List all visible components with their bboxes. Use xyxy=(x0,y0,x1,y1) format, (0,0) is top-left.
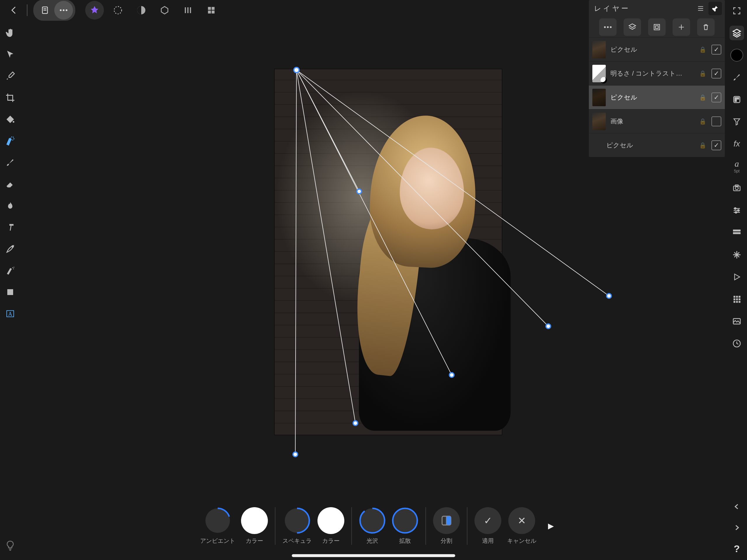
specular-dial[interactable]: 50 % xyxy=(284,507,310,534)
visibility-toggle[interactable]: ✓ xyxy=(712,69,721,78)
document[interactable] xyxy=(274,69,502,435)
tool-text[interactable]: A xyxy=(3,306,18,321)
persona-develop[interactable] xyxy=(132,1,151,20)
persona-tonemap[interactable] xyxy=(155,1,174,20)
svg-rect-8 xyxy=(208,10,211,14)
lock-icon[interactable]: 🔒 xyxy=(699,46,707,53)
light-handle[interactable] xyxy=(607,294,611,298)
svg-rect-7 xyxy=(211,7,214,10)
visibility-toggle[interactable]: ✓ xyxy=(712,45,721,55)
studio-filter[interactable] xyxy=(729,114,744,129)
studio-brush[interactable] xyxy=(729,70,744,85)
tool-color-picker[interactable] xyxy=(3,69,18,83)
cancel-button[interactable]: ✕ xyxy=(508,507,535,534)
persona-photo[interactable] xyxy=(85,1,104,20)
nav-prev[interactable] xyxy=(729,499,744,514)
layer-name: 明るさ / コントラスト… xyxy=(611,69,694,78)
studio-stock[interactable] xyxy=(729,181,744,196)
hint-button[interactable] xyxy=(5,540,15,554)
tool-flood-fill[interactable] xyxy=(3,112,18,127)
cancel-label: キャンセル xyxy=(507,537,536,545)
light-handle[interactable] xyxy=(293,452,298,457)
svg-rect-44 xyxy=(736,301,738,303)
layers-add[interactable] xyxy=(673,18,690,36)
persona-export-slice[interactable] xyxy=(179,1,197,20)
layers-view-list[interactable] xyxy=(694,2,707,15)
lock-icon[interactable]: 🔒 xyxy=(699,94,707,101)
tool-eraser[interactable] xyxy=(3,177,18,192)
tool-clone[interactable] xyxy=(3,220,18,235)
layers-pin[interactable] xyxy=(709,2,722,15)
tool-move[interactable] xyxy=(3,47,18,62)
ambient-dial[interactable]: 20 % xyxy=(204,507,231,534)
tool-burn[interactable] xyxy=(3,199,18,213)
split-button[interactable] xyxy=(433,507,460,534)
home-indicator[interactable] xyxy=(292,554,455,557)
layers-crop[interactable] xyxy=(648,18,666,36)
menu-button[interactable] xyxy=(54,1,73,20)
divider xyxy=(27,4,27,16)
visibility-toggle[interactable]: ✓ xyxy=(712,117,721,126)
layer-row[interactable]: ピクセル 🔒 ✓ xyxy=(589,37,725,61)
ambient-color-swatch[interactable] xyxy=(241,507,268,534)
fullscreen-button[interactable] xyxy=(729,3,744,18)
svg-rect-36 xyxy=(733,232,741,234)
layers-mask[interactable] xyxy=(624,18,641,36)
svg-point-11 xyxy=(10,137,14,140)
layer-row[interactable]: ピクセル 🔒 ✓ xyxy=(589,85,725,109)
nav-strip: ? xyxy=(727,499,747,556)
visibility-toggle[interactable]: ✓ xyxy=(712,93,721,102)
lock-icon[interactable]: 🔒 xyxy=(699,142,707,149)
studio-grid[interactable] xyxy=(729,292,744,306)
studio-transform[interactable] xyxy=(729,248,744,262)
layer-row[interactable]: ピクセル 🔒 ✓ xyxy=(589,133,725,157)
layer-row[interactable]: 画像 🔒 ✓ xyxy=(589,109,725,133)
shininess-dial[interactable]: 89 % xyxy=(359,507,386,534)
diffuse-dial[interactable]: 100 % xyxy=(392,507,418,534)
layers-edit[interactable] xyxy=(599,18,617,36)
studio-channels[interactable] xyxy=(729,225,744,240)
svg-point-30 xyxy=(735,187,738,190)
studio-macro[interactable] xyxy=(729,270,744,284)
visibility-toggle[interactable]: ✓ xyxy=(712,141,721,150)
tool-spray[interactable] xyxy=(3,263,18,278)
help-button[interactable]: ? xyxy=(729,541,744,556)
svg-rect-35 xyxy=(733,230,741,232)
studio-layers[interactable] xyxy=(729,26,744,40)
layers-delete[interactable] xyxy=(697,18,715,36)
light-handle[interactable] xyxy=(546,324,550,329)
document-button[interactable] xyxy=(35,1,54,20)
specular-color-label: カラー xyxy=(322,537,340,545)
svg-rect-51 xyxy=(654,25,660,30)
studio-adjust[interactable] xyxy=(729,203,744,218)
context-more[interactable]: ▶ xyxy=(548,521,554,531)
tool-crop[interactable] xyxy=(3,91,18,105)
persona-liquify[interactable] xyxy=(108,1,127,20)
layer-row[interactable]: 明るさ / コントラスト… 🔒 ✓ xyxy=(589,61,725,85)
tool-hand[interactable] xyxy=(3,26,18,40)
lock-icon[interactable]: 🔒 xyxy=(699,70,707,77)
tool-selection-brush[interactable] xyxy=(3,134,18,148)
svg-point-32 xyxy=(735,208,736,209)
tool-pen[interactable] xyxy=(3,241,18,256)
studio-history[interactable] xyxy=(729,336,744,351)
studio-color[interactable] xyxy=(729,48,744,62)
subject-illustration xyxy=(341,113,522,434)
nav-next[interactable] xyxy=(729,520,744,535)
persona-export[interactable] xyxy=(202,1,221,20)
studio-swatches[interactable] xyxy=(729,92,744,107)
top-bar xyxy=(0,0,222,20)
studio-text[interactable]: a5pt xyxy=(729,159,744,173)
specular-color-swatch[interactable] xyxy=(317,507,344,534)
lock-icon[interactable]: 🔒 xyxy=(699,118,707,125)
studio-fx[interactable]: fx xyxy=(729,136,744,151)
back-button[interactable] xyxy=(5,1,23,20)
svg-rect-39 xyxy=(739,296,740,298)
svg-rect-6 xyxy=(208,7,211,10)
tool-paint-brush[interactable] xyxy=(3,155,18,170)
tool-rectangle[interactable] xyxy=(3,285,18,299)
apply-button[interactable]: ✓ xyxy=(474,507,501,534)
layer-thumb xyxy=(592,89,606,106)
studio-media[interactable] xyxy=(729,314,744,329)
layer-thumb xyxy=(592,113,606,130)
